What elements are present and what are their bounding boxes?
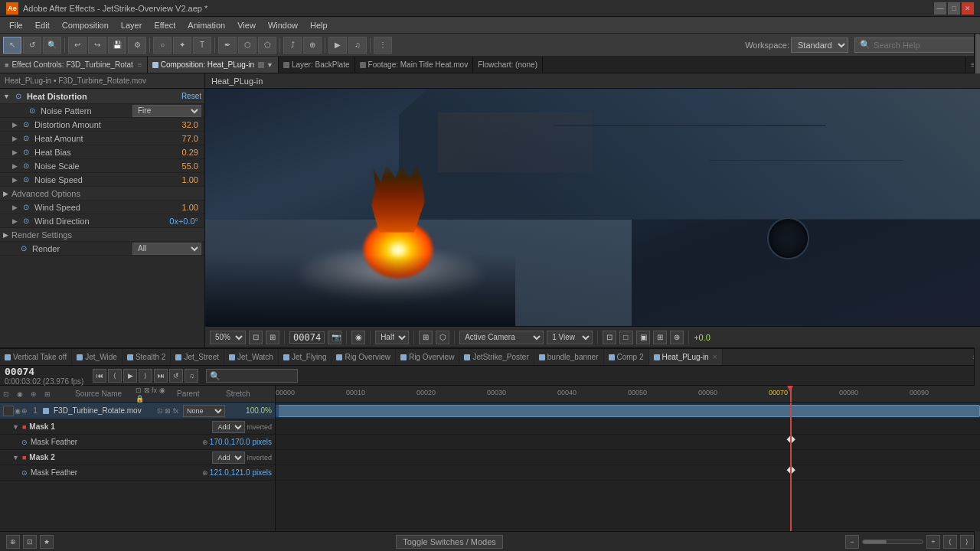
heat-bias-value[interactable]: 0.29 bbox=[182, 148, 198, 157]
timeline-scroll-home[interactable]: ⟨ bbox=[943, 535, 957, 549]
heat-amount-value[interactable]: 77.0 bbox=[182, 134, 198, 143]
zoom-select[interactable]: 50% bbox=[210, 331, 246, 344]
solo-btn[interactable]: ★ bbox=[40, 535, 54, 549]
view-select[interactable]: 1 View bbox=[547, 331, 593, 344]
param-heat-bias[interactable]: ▶ ⊙ Heat Bias 0.29 bbox=[0, 145, 204, 159]
guide-btn[interactable]: ⊡ bbox=[23, 535, 37, 549]
minimize-button[interactable]: — bbox=[934, 2, 946, 15]
mask-feather-2-value[interactable]: 121.0,121.0 pixels bbox=[210, 468, 272, 477]
viewer-tab-flowchart[interactable]: Flowchart: (none) bbox=[473, 57, 543, 73]
pen-tool[interactable]: ✒ bbox=[218, 37, 237, 54]
workspace-select[interactable]: Standard bbox=[791, 37, 848, 53]
viewer-btn-d[interactable]: ⊞ bbox=[653, 331, 667, 344]
mask-1-mode[interactable]: Add bbox=[212, 421, 245, 433]
mask-1-row[interactable]: ▼ ■ Mask 1 Add Inverted bbox=[0, 419, 275, 435]
menu-edit[interactable]: Edit bbox=[29, 19, 56, 31]
fit-button[interactable]: ⊡ bbox=[249, 331, 263, 344]
viewer-tab-layer[interactable]: Layer: BackPlate bbox=[279, 57, 355, 73]
prev-frame-btn[interactable]: ⟨ bbox=[108, 369, 122, 383]
menu-animation[interactable]: Animation bbox=[181, 19, 231, 31]
tl-tab-jet-wide[interactable]: Jet_Wide bbox=[72, 349, 122, 365]
param-noise-scale[interactable]: ▶ ⊙ Noise Scale 55.0 bbox=[0, 159, 204, 173]
render-dropdown[interactable]: All bbox=[132, 243, 201, 255]
mask-feather-1-row[interactable]: ⊙ Mask Feather ⊕ 170.0,170.0 pixels bbox=[0, 435, 275, 450]
tl-tab-heat-close[interactable]: × bbox=[713, 353, 717, 361]
menu-layer[interactable]: Layer bbox=[115, 19, 149, 31]
camera-select[interactable]: Active Camera bbox=[459, 331, 544, 344]
menu-help[interactable]: Help bbox=[304, 19, 334, 31]
wind-speed-value[interactable]: 1.00 bbox=[182, 203, 198, 212]
go-start-btn[interactable]: ⏮ bbox=[93, 369, 106, 383]
viewer-tab-footage[interactable]: Footage: Main Title Heat.mov bbox=[355, 57, 474, 73]
timeline-zoom-out[interactable]: − bbox=[845, 535, 859, 549]
save-btn[interactable]: 💾 bbox=[108, 37, 126, 54]
toggle-switches-btn[interactable]: Toggle Switches / Modes bbox=[396, 535, 503, 549]
play-btn[interactable]: ▶ bbox=[123, 369, 137, 383]
toggle-switches-label[interactable]: Toggle Switches / Modes bbox=[396, 535, 503, 549]
align-tool[interactable]: ⋮ bbox=[374, 37, 392, 54]
param-heat-amount[interactable]: ▶ ⊙ Heat Amount 77.0 bbox=[0, 132, 204, 145]
noise-scale-value[interactable]: 55.0 bbox=[182, 161, 198, 171]
color-btn[interactable]: ◉ bbox=[351, 331, 365, 344]
select-tool[interactable]: ↖ bbox=[3, 37, 21, 54]
tl-tab-jet-watch[interactable]: Jet_Watch bbox=[224, 349, 279, 365]
audio-btn[interactable]: ♫ bbox=[185, 369, 198, 383]
star-tool[interactable]: ✦ bbox=[173, 37, 191, 54]
timeline-scroll-end[interactable]: ⟩ bbox=[960, 535, 974, 549]
effect-controls-tab[interactable]: ■ Effect Controls: F3D_Turbine_Rotat ≡ bbox=[0, 57, 148, 73]
menu-composition[interactable]: Composition bbox=[56, 19, 115, 31]
tl-tab-jetstrike-poster[interactable]: JetStrike_Poster bbox=[459, 349, 534, 365]
tl-tab-jet-flying[interactable]: Jet_Flying bbox=[279, 349, 332, 365]
noise-pattern-dropdown[interactable]: Fire bbox=[132, 105, 201, 117]
timeline-zoom-slider[interactable] bbox=[862, 540, 923, 544]
menu-window[interactable]: Window bbox=[262, 19, 304, 31]
redo-btn[interactable]: ↪ bbox=[88, 37, 106, 54]
viewer-btn-b[interactable]: □ bbox=[619, 331, 633, 344]
ellipse-tool[interactable]: ○ bbox=[153, 37, 172, 54]
wind-direction-value[interactable]: 0x+0.0° bbox=[169, 217, 198, 226]
tl-tab-rig-overview-2[interactable]: Rig Overview bbox=[396, 349, 459, 365]
camera-tool[interactable]: 🔍 bbox=[43, 37, 61, 54]
distortion-amount-value[interactable]: 32.0 bbox=[182, 120, 198, 129]
param-wind-speed[interactable]: ▶ ⊙ Wind Speed 1.00 bbox=[0, 201, 204, 214]
preview-tool[interactable]: ▶ bbox=[328, 37, 347, 54]
mask-tool[interactable]: ⬡ bbox=[238, 37, 256, 54]
mask-2-mode[interactable]: Add bbox=[212, 452, 245, 464]
go-end-btn[interactable]: ⏭ bbox=[154, 369, 168, 383]
viewer-tab-comp[interactable]: Composition: Heat_PLug-in ▼ bbox=[148, 57, 279, 73]
search-help-input[interactable] bbox=[874, 41, 965, 50]
mask-feather-2-row[interactable]: ⊙ Mask Feather ⊕ 121.0,121.0 pixels bbox=[0, 465, 275, 481]
timeline-zoom-in[interactable]: + bbox=[926, 535, 940, 549]
param-noise-pattern[interactable]: ▶ ⊙ Noise Pattern Fire bbox=[0, 104, 204, 118]
rotation-tool[interactable]: ↺ bbox=[23, 37, 41, 54]
new-comp-btn[interactable]: ⊕ bbox=[6, 535, 20, 549]
viewer-btn-e[interactable]: ⊕ bbox=[670, 331, 684, 344]
effect-heat-distortion[interactable]: ▼ ⊙ Heat Distortion Reset bbox=[0, 89, 204, 104]
tl-tab-vertical-takeoff[interactable]: Vertical Take off bbox=[0, 349, 72, 365]
tl-tab-comp2[interactable]: Comp 2 bbox=[604, 349, 649, 365]
viewer-tab-comp-x[interactable]: ▼ bbox=[266, 61, 273, 69]
mask-toggle[interactable]: ⬡ bbox=[436, 331, 449, 344]
next-frame-btn[interactable]: ⟩ bbox=[139, 369, 152, 383]
loop-btn[interactable]: ↺ bbox=[169, 369, 183, 383]
layer-1-parent[interactable]: None bbox=[183, 405, 225, 417]
menu-file[interactable]: File bbox=[3, 19, 29, 31]
noise-speed-value[interactable]: 1.00 bbox=[182, 175, 198, 184]
snapshot-btn[interactable]: 📷 bbox=[328, 331, 341, 344]
advanced-options-section[interactable]: ▶ Advanced Options bbox=[0, 187, 204, 201]
tl-tab-jet-street[interactable]: Jet_Street bbox=[171, 349, 224, 365]
layer-search-input[interactable] bbox=[206, 369, 298, 383]
audio-tool[interactable]: ♫ bbox=[348, 37, 367, 54]
mask-2-row[interactable]: ▼ ■ Mask 2 Add Inverted bbox=[0, 450, 275, 465]
reset-button[interactable]: Reset bbox=[181, 92, 201, 100]
viewer-btn-c[interactable]: ▣ bbox=[636, 331, 650, 344]
layer-1-visible[interactable] bbox=[3, 406, 14, 416]
menu-effect[interactable]: Effect bbox=[148, 19, 181, 31]
effect-controls-tab-menu[interactable]: ≡ bbox=[138, 60, 142, 69]
tl-tab-bundle-banner[interactable]: bundle_banner bbox=[534, 349, 604, 365]
tl-tab-rig-overview-1[interactable]: Rig Overview bbox=[332, 349, 395, 365]
grid-button[interactable]: ⊞ bbox=[266, 331, 279, 344]
param-distortion-amount[interactable]: ▶ ⊙ Distortion Amount 32.0 bbox=[0, 118, 204, 132]
tl-tab-stealth2[interactable]: Stealth 2 bbox=[122, 349, 171, 365]
viewer-btn-a[interactable]: ⊡ bbox=[603, 331, 616, 344]
